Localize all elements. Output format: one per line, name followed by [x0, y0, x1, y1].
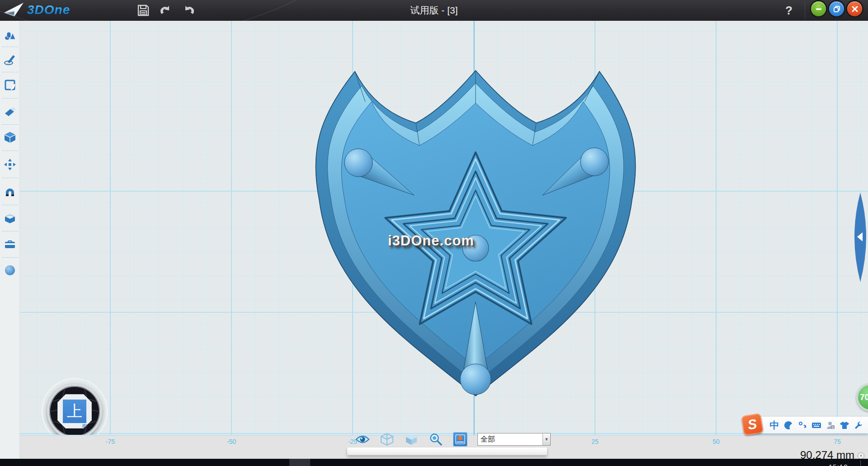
magnet-snap-tool[interactable]: [0, 182, 20, 202]
viewcube-navigator[interactable]: 上 前: [47, 384, 102, 439]
ime-punctuation-icon[interactable]: [797, 419, 807, 431]
sidebar-divider: [2, 98, 18, 99]
ruler-label: -75: [99, 438, 121, 445]
close-button[interactable]: [847, 1, 862, 16]
taskbar-clock: 15:10: [829, 463, 848, 466]
ruler-label: -50: [221, 438, 242, 445]
ime-keyboard-icon[interactable]: [811, 419, 821, 431]
titlebar: 3DOne 试用版 - [3] ?: [0, 0, 868, 21]
tool-sidebar: [0, 21, 20, 466]
ruler-label: 75: [826, 438, 848, 445]
primitive-solids-tool[interactable]: [0, 26, 20, 46]
special-features-tool[interactable]: [0, 208, 20, 228]
window-title: 试用版 - [3]: [344, 0, 524, 21]
sidebar-divider: [2, 205, 18, 205]
material-sphere-tool[interactable]: [0, 260, 20, 280]
os-taskbar[interactable]: 15:10: [0, 459, 868, 466]
sketch-draw-tool[interactable]: [0, 50, 20, 70]
eraser-tool[interactable]: [0, 101, 20, 121]
ground-plane-edge: [347, 447, 547, 455]
help-button[interactable]: ?: [781, 3, 797, 18]
sidebar-divider: [2, 257, 18, 258]
3done-application-window: i3DOne.com 上 前: [0, 0, 868, 466]
ime-settings-wrench-icon[interactable]: [854, 419, 863, 431]
display-filter-dropdown[interactable]: 全部 ▼: [477, 433, 551, 446]
ime-language-toggle[interactable]: 中: [769, 419, 779, 431]
move-transform-tool[interactable]: [0, 155, 20, 174]
viewcube-cube[interactable]: 上 前: [57, 394, 92, 428]
viewcube-top-face[interactable]: 上: [63, 400, 86, 423]
measurement-dropdown-icon[interactable]: ▾: [858, 452, 864, 459]
zoom-view-button[interactable]: [429, 432, 443, 447]
app-logo-text: 3DOne: [27, 3, 70, 17]
ime-account-icon[interactable]: S: [826, 419, 835, 431]
minimize-button[interactable]: [811, 1, 826, 16]
titlebar-divider: [805, 2, 805, 19]
ruler-label: 50: [705, 438, 727, 445]
wireframe-view-button[interactable]: [380, 432, 394, 447]
redo-button[interactable]: [181, 3, 196, 18]
sketch-plane-tool[interactable]: [0, 75, 20, 95]
shaded-view-button[interactable]: [404, 432, 419, 447]
taskbar-app-button[interactable]: [289, 459, 310, 466]
save-button[interactable]: [136, 3, 151, 18]
taskbar-separator: [860, 460, 861, 466]
3d-viewport[interactable]: [20, 21, 868, 435]
undo-button[interactable]: [158, 3, 174, 18]
dropdown-arrow-icon[interactable]: ▼: [542, 433, 550, 445]
ime-fullhalf-moon-icon[interactable]: [783, 419, 793, 431]
sidebar-divider: [2, 151, 18, 151]
panel-collapse-tab[interactable]: [849, 190, 868, 285]
sidebar-divider: [2, 47, 18, 47]
ruler-label: 25: [584, 438, 606, 445]
view-toolbar: 全部 ▼: [355, 431, 551, 448]
y-axis-gridline: [474, 21, 475, 435]
sidebar-divider: [2, 72, 18, 72]
restore-button[interactable]: [829, 1, 844, 16]
i3done-watermark: i3DOne.com: [388, 233, 474, 249]
3d-print-button[interactable]: [453, 432, 467, 447]
sidebar-divider: [2, 231, 18, 231]
display-filter-value: 全部: [478, 433, 542, 445]
svg-text:S: S: [832, 425, 834, 428]
sidebar-divider: [2, 124, 18, 125]
ime-toolbar: S 中 S: [750, 417, 868, 433]
sidebar-divider: [2, 178, 18, 178]
paper-plane-icon: [3, 1, 24, 19]
toolbox-drawer-tool[interactable]: [0, 234, 20, 254]
visibility-eye-button[interactable]: [355, 432, 370, 447]
ime-skin-tshirt-icon[interactable]: [840, 419, 849, 431]
solid-cube-tool[interactable]: [0, 127, 20, 147]
badge-value: 70: [860, 392, 868, 402]
sogou-logo[interactable]: S: [741, 413, 764, 436]
app-logo: 3DOne: [3, 1, 70, 19]
